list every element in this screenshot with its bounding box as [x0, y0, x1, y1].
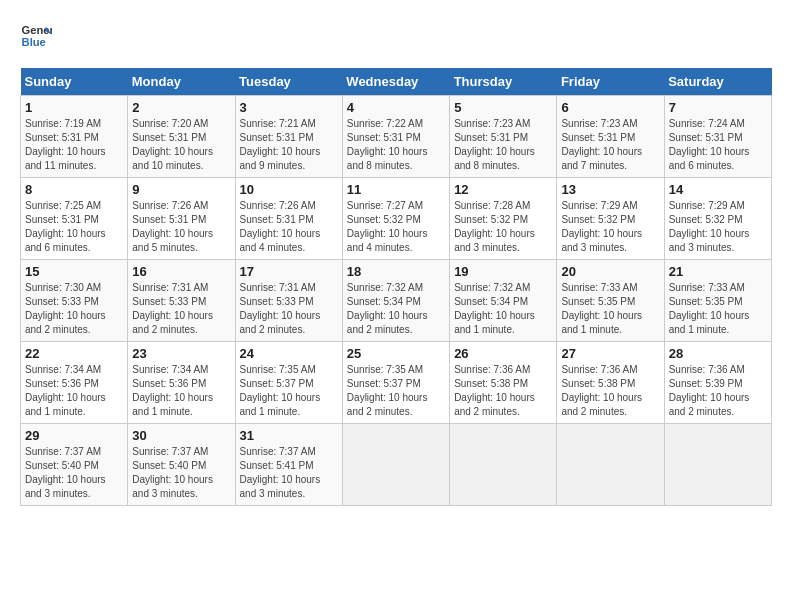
- day-info: Sunrise: 7:33 AM Sunset: 5:35 PM Dayligh…: [561, 281, 659, 337]
- day-number: 27: [561, 346, 659, 361]
- calendar-week-5: 29Sunrise: 7:37 AM Sunset: 5:40 PM Dayli…: [21, 424, 772, 506]
- day-number: 16: [132, 264, 230, 279]
- day-header-saturday: Saturday: [664, 68, 771, 96]
- day-number: 5: [454, 100, 552, 115]
- day-info: Sunrise: 7:35 AM Sunset: 5:37 PM Dayligh…: [347, 363, 445, 419]
- day-info: Sunrise: 7:26 AM Sunset: 5:31 PM Dayligh…: [132, 199, 230, 255]
- calendar-cell: 25Sunrise: 7:35 AM Sunset: 5:37 PM Dayli…: [342, 342, 449, 424]
- day-number: 28: [669, 346, 767, 361]
- calendar-cell: 2Sunrise: 7:20 AM Sunset: 5:31 PM Daylig…: [128, 96, 235, 178]
- day-info: Sunrise: 7:34 AM Sunset: 5:36 PM Dayligh…: [25, 363, 123, 419]
- day-number: 3: [240, 100, 338, 115]
- calendar-cell: 1Sunrise: 7:19 AM Sunset: 5:31 PM Daylig…: [21, 96, 128, 178]
- day-header-sunday: Sunday: [21, 68, 128, 96]
- calendar-cell: 17Sunrise: 7:31 AM Sunset: 5:33 PM Dayli…: [235, 260, 342, 342]
- day-number: 2: [132, 100, 230, 115]
- day-info: Sunrise: 7:34 AM Sunset: 5:36 PM Dayligh…: [132, 363, 230, 419]
- calendar-cell: 16Sunrise: 7:31 AM Sunset: 5:33 PM Dayli…: [128, 260, 235, 342]
- day-info: Sunrise: 7:29 AM Sunset: 5:32 PM Dayligh…: [561, 199, 659, 255]
- day-number: 31: [240, 428, 338, 443]
- day-info: Sunrise: 7:33 AM Sunset: 5:35 PM Dayligh…: [669, 281, 767, 337]
- day-info: Sunrise: 7:37 AM Sunset: 5:41 PM Dayligh…: [240, 445, 338, 501]
- day-info: Sunrise: 7:24 AM Sunset: 5:31 PM Dayligh…: [669, 117, 767, 173]
- day-header-friday: Friday: [557, 68, 664, 96]
- day-number: 25: [347, 346, 445, 361]
- day-number: 17: [240, 264, 338, 279]
- calendar-cell: [342, 424, 449, 506]
- day-info: Sunrise: 7:31 AM Sunset: 5:33 PM Dayligh…: [240, 281, 338, 337]
- day-number: 10: [240, 182, 338, 197]
- day-info: Sunrise: 7:23 AM Sunset: 5:31 PM Dayligh…: [561, 117, 659, 173]
- day-info: Sunrise: 7:23 AM Sunset: 5:31 PM Dayligh…: [454, 117, 552, 173]
- calendar-week-1: 1Sunrise: 7:19 AM Sunset: 5:31 PM Daylig…: [21, 96, 772, 178]
- day-info: Sunrise: 7:30 AM Sunset: 5:33 PM Dayligh…: [25, 281, 123, 337]
- calendar-cell: 23Sunrise: 7:34 AM Sunset: 5:36 PM Dayli…: [128, 342, 235, 424]
- calendar-cell: 18Sunrise: 7:32 AM Sunset: 5:34 PM Dayli…: [342, 260, 449, 342]
- calendar-cell: 14Sunrise: 7:29 AM Sunset: 5:32 PM Dayli…: [664, 178, 771, 260]
- calendar-cell: 24Sunrise: 7:35 AM Sunset: 5:37 PM Dayli…: [235, 342, 342, 424]
- calendar-cell: 11Sunrise: 7:27 AM Sunset: 5:32 PM Dayli…: [342, 178, 449, 260]
- calendar-week-3: 15Sunrise: 7:30 AM Sunset: 5:33 PM Dayli…: [21, 260, 772, 342]
- calendar-cell: 20Sunrise: 7:33 AM Sunset: 5:35 PM Dayli…: [557, 260, 664, 342]
- day-number: 23: [132, 346, 230, 361]
- day-info: Sunrise: 7:37 AM Sunset: 5:40 PM Dayligh…: [132, 445, 230, 501]
- calendar-cell: 12Sunrise: 7:28 AM Sunset: 5:32 PM Dayli…: [450, 178, 557, 260]
- calendar-cell: 31Sunrise: 7:37 AM Sunset: 5:41 PM Dayli…: [235, 424, 342, 506]
- calendar-cell: 28Sunrise: 7:36 AM Sunset: 5:39 PM Dayli…: [664, 342, 771, 424]
- day-info: Sunrise: 7:37 AM Sunset: 5:40 PM Dayligh…: [25, 445, 123, 501]
- day-number: 11: [347, 182, 445, 197]
- day-number: 22: [25, 346, 123, 361]
- calendar-cell: 8Sunrise: 7:25 AM Sunset: 5:31 PM Daylig…: [21, 178, 128, 260]
- calendar-cell: 4Sunrise: 7:22 AM Sunset: 5:31 PM Daylig…: [342, 96, 449, 178]
- day-number: 7: [669, 100, 767, 115]
- calendar-cell: [664, 424, 771, 506]
- calendar-cell: 6Sunrise: 7:23 AM Sunset: 5:31 PM Daylig…: [557, 96, 664, 178]
- day-number: 29: [25, 428, 123, 443]
- calendar-cell: 27Sunrise: 7:36 AM Sunset: 5:38 PM Dayli…: [557, 342, 664, 424]
- calendar-cell: 5Sunrise: 7:23 AM Sunset: 5:31 PM Daylig…: [450, 96, 557, 178]
- day-info: Sunrise: 7:22 AM Sunset: 5:31 PM Dayligh…: [347, 117, 445, 173]
- day-info: Sunrise: 7:35 AM Sunset: 5:37 PM Dayligh…: [240, 363, 338, 419]
- day-header-thursday: Thursday: [450, 68, 557, 96]
- calendar-cell: 30Sunrise: 7:37 AM Sunset: 5:40 PM Dayli…: [128, 424, 235, 506]
- day-info: Sunrise: 7:31 AM Sunset: 5:33 PM Dayligh…: [132, 281, 230, 337]
- day-number: 12: [454, 182, 552, 197]
- calendar-table: SundayMondayTuesdayWednesdayThursdayFrid…: [20, 68, 772, 506]
- day-number: 8: [25, 182, 123, 197]
- day-info: Sunrise: 7:36 AM Sunset: 5:39 PM Dayligh…: [669, 363, 767, 419]
- calendar-cell: [450, 424, 557, 506]
- calendar-cell: [557, 424, 664, 506]
- day-info: Sunrise: 7:36 AM Sunset: 5:38 PM Dayligh…: [454, 363, 552, 419]
- calendar-cell: 13Sunrise: 7:29 AM Sunset: 5:32 PM Dayli…: [557, 178, 664, 260]
- calendar-cell: 19Sunrise: 7:32 AM Sunset: 5:34 PM Dayli…: [450, 260, 557, 342]
- day-number: 20: [561, 264, 659, 279]
- calendar-week-4: 22Sunrise: 7:34 AM Sunset: 5:36 PM Dayli…: [21, 342, 772, 424]
- logo-icon: General Blue: [20, 20, 52, 52]
- logo: General Blue: [20, 20, 56, 52]
- day-info: Sunrise: 7:36 AM Sunset: 5:38 PM Dayligh…: [561, 363, 659, 419]
- day-number: 15: [25, 264, 123, 279]
- day-info: Sunrise: 7:29 AM Sunset: 5:32 PM Dayligh…: [669, 199, 767, 255]
- page-header: General Blue: [20, 20, 772, 52]
- calendar-cell: 9Sunrise: 7:26 AM Sunset: 5:31 PM Daylig…: [128, 178, 235, 260]
- calendar-cell: 15Sunrise: 7:30 AM Sunset: 5:33 PM Dayli…: [21, 260, 128, 342]
- day-info: Sunrise: 7:28 AM Sunset: 5:32 PM Dayligh…: [454, 199, 552, 255]
- day-number: 14: [669, 182, 767, 197]
- calendar-cell: 29Sunrise: 7:37 AM Sunset: 5:40 PM Dayli…: [21, 424, 128, 506]
- day-number: 1: [25, 100, 123, 115]
- day-info: Sunrise: 7:27 AM Sunset: 5:32 PM Dayligh…: [347, 199, 445, 255]
- calendar-cell: 10Sunrise: 7:26 AM Sunset: 5:31 PM Dayli…: [235, 178, 342, 260]
- calendar-cell: 21Sunrise: 7:33 AM Sunset: 5:35 PM Dayli…: [664, 260, 771, 342]
- day-number: 21: [669, 264, 767, 279]
- day-header-monday: Monday: [128, 68, 235, 96]
- day-number: 4: [347, 100, 445, 115]
- day-info: Sunrise: 7:20 AM Sunset: 5:31 PM Dayligh…: [132, 117, 230, 173]
- day-info: Sunrise: 7:32 AM Sunset: 5:34 PM Dayligh…: [347, 281, 445, 337]
- day-number: 13: [561, 182, 659, 197]
- day-number: 26: [454, 346, 552, 361]
- day-number: 9: [132, 182, 230, 197]
- day-number: 30: [132, 428, 230, 443]
- calendar-cell: 22Sunrise: 7:34 AM Sunset: 5:36 PM Dayli…: [21, 342, 128, 424]
- calendar-cell: 3Sunrise: 7:21 AM Sunset: 5:31 PM Daylig…: [235, 96, 342, 178]
- calendar-cell: 7Sunrise: 7:24 AM Sunset: 5:31 PM Daylig…: [664, 96, 771, 178]
